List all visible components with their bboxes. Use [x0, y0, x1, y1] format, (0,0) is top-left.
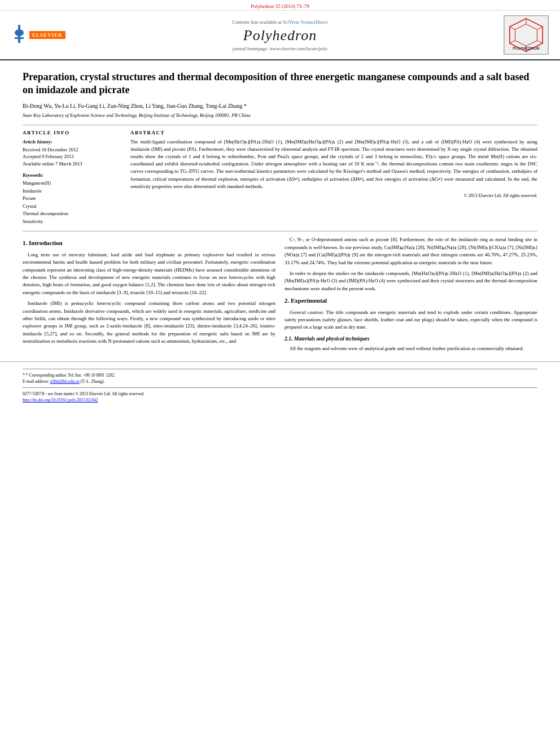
footer-divider-2	[23, 387, 537, 388]
experimental-heading: 2. Experimental	[285, 296, 537, 305]
intro-para-2: Imidazole (IMI) is pentacyclic heterocyc…	[23, 300, 275, 345]
article-info-label: ARTICLE INFO	[23, 130, 121, 136]
main-content: Preparation, crystal structures and ther…	[0, 60, 560, 361]
doi-line: http://dx.doi.org/10.1016/j.poly.2013.02…	[23, 397, 537, 403]
authors-text: Bi-Dong Wu, Yu-Lu Li, Fu-Gang Li, Zun-Ni…	[23, 103, 247, 109]
keywords-list: Manganese(II) Imidazole Picrate Crystal …	[23, 180, 121, 226]
journal-homepage: journal homepage: www.elsevier.com/locat…	[68, 46, 492, 51]
accepted-date: Accepted 9 February 2013	[23, 153, 121, 160]
polyhedron-logo-area: POLYHEDRON	[492, 15, 549, 55]
email-note: E-mail address: ztlbit@bit.edu.cn (T.-L.…	[23, 379, 537, 384]
svg-rect-3	[15, 37, 24, 39]
materials-paragraph: All the reagents and solvents were of an…	[285, 345, 537, 352]
contents-available-line: Contents lists available at SciVerse Sci…	[68, 19, 492, 25]
journal-header: ELSEVIER Contents lists available at Sci…	[0, 11, 560, 60]
keyword-picrate: Picrate	[23, 195, 121, 203]
abstract-column: ABSTRACT The multi-ligand coordination c…	[130, 130, 537, 226]
intro-para-1: Long term use of mercury fulminate, lead…	[23, 251, 275, 296]
keyword-thermal: Thermal decomposition	[23, 210, 121, 218]
intro-heading: 1. Introduction	[23, 238, 275, 248]
copyright-notice: © 2013 Elsevier Ltd. All rights reserved…	[130, 193, 537, 199]
article-title: Preparation, crystal structures and ther…	[23, 71, 537, 97]
affiliation: State Key Laboratory of Explosion Scienc…	[23, 112, 537, 119]
body-content: 1. Introduction Long term use of mercury…	[23, 231, 537, 356]
general-caution: General caution: The title compounds are…	[285, 309, 537, 331]
keyword-imidazole: Imidazole	[23, 187, 121, 195]
banner-text: Polyhedron 55 (2013) 73–79	[251, 3, 309, 9]
received-date: Received 16 December 2012	[23, 146, 121, 154]
corresponding-author-note: * * Corresponding author. Tel./fax: +86 …	[23, 373, 537, 378]
doi-link[interactable]: http://dx.doi.org/10.1016/j.poly.2013.02…	[23, 397, 98, 403]
abstract-text: The multi-ligand coordination compound o…	[130, 138, 537, 199]
elsevier-logo-area: ELSEVIER	[11, 25, 68, 45]
elsevier-tree-icon	[11, 25, 27, 45]
polyhedron-logo-box: POLYHEDRON	[504, 15, 549, 55]
email-person: (T.-L. Zhang).	[81, 379, 105, 384]
journal-banner: Polyhedron 55 (2013) 73–79	[0, 0, 560, 11]
body-right-col: C-, N-, or O-deprotonated anions such as…	[285, 236, 537, 356]
article-history-label: Article history:	[23, 139, 121, 145]
available-date: Available online 7 March 2013	[23, 160, 121, 168]
authors-line: Bi-Dong Wu, Yu-Lu Li, Fu-Gang Li, Zun-Ni…	[23, 102, 537, 110]
journal-title-area: Contents lists available at SciVerse Sci…	[68, 19, 492, 51]
abstract-body: The multi-ligand coordination compound o…	[130, 139, 537, 189]
keyword-manganese: Manganese(II)	[23, 180, 121, 187]
right-para-1: C-, N-, or O-deprotonated anions such as…	[285, 236, 537, 266]
polyhedron-logo-icon: POLYHEDRON	[504, 16, 549, 54]
keywords-label: Keywords:	[23, 172, 121, 178]
footer-divider	[23, 369, 537, 369]
journal-title: Polyhedron	[68, 27, 492, 44]
keyword-crystal: Crystal	[23, 203, 121, 211]
sciverse-link[interactable]: SciVerse ScienceDirect	[283, 19, 328, 25]
abstract-label: ABSTRACT	[130, 130, 537, 136]
svg-text:POLYHEDRON: POLYHEDRON	[513, 46, 539, 50]
elsevier-logo: ELSEVIER	[11, 25, 68, 45]
email-link[interactable]: ztlbit@bit.edu.cn	[50, 379, 80, 384]
article-info-abstract: ARTICLE INFO Article history: Received 1…	[23, 125, 537, 226]
article-info-column: ARTICLE INFO Article history: Received 1…	[23, 130, 121, 226]
keyword-sensitivity: Sensitivity	[23, 218, 121, 226]
materials-heading: 2.1. Materials and physical techniques	[285, 335, 537, 343]
right-para-2: In order to deepen the studies on the im…	[285, 270, 537, 292]
corresponding-text: * Corresponding author. Tel./fax: +86 10…	[26, 373, 115, 378]
body-two-col: 1. Introduction Long term use of mercury…	[23, 236, 537, 356]
license-note: 0277-5387/$ - see front matter © 2013 El…	[23, 391, 537, 396]
elsevier-wordmark: ELSEVIER	[29, 31, 65, 39]
page-footer: * * Corresponding author. Tel./fax: +86 …	[0, 361, 560, 406]
body-left-col: 1. Introduction Long term use of mercury…	[23, 236, 275, 356]
email-label: E-mail address:	[23, 379, 49, 384]
